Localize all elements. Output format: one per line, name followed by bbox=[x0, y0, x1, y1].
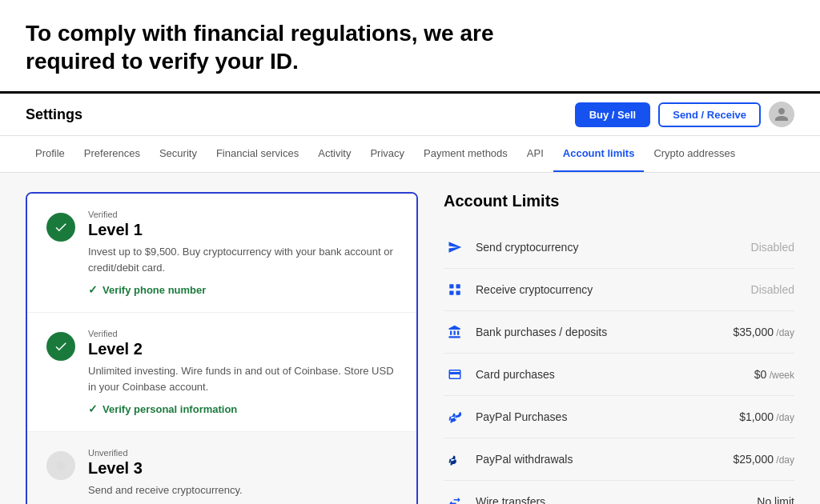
limit-label: Receive cryptocurrency bbox=[476, 283, 593, 296]
level-desc: Send and receive cryptocurrency. bbox=[88, 482, 397, 498]
limit-left: Send cryptocurrency bbox=[444, 236, 578, 258]
limit-row-paypal-withdrawals: PayPal withdrawals $25,000 /day bbox=[444, 438, 794, 481]
level-badge: Verified bbox=[88, 210, 397, 219]
limit-period: /week bbox=[766, 370, 794, 381]
verified-icon bbox=[46, 332, 75, 361]
limit-label: Wire transfers bbox=[476, 495, 545, 504]
action-text: Verify personal information bbox=[102, 403, 237, 415]
tab-activity[interactable]: Activity bbox=[308, 136, 360, 172]
limit-amount: $25,000 bbox=[733, 453, 774, 466]
limit-label: PayPal Purchases bbox=[476, 410, 567, 423]
check-icon: ✓ bbox=[88, 402, 98, 415]
level-item-level1: Verified Level 1 Invest up to $9,500. Bu… bbox=[27, 194, 416, 313]
svg-rect-3 bbox=[449, 291, 453, 295]
limit-value-disabled: Disabled bbox=[751, 241, 794, 254]
limit-label: PayPal withdrawals bbox=[476, 453, 573, 466]
tab-security[interactable]: Security bbox=[150, 136, 207, 172]
level-desc: Invest up to $9,500. Buy cryptocurrency … bbox=[88, 244, 397, 275]
top-nav-actions: Buy / Sell Send / Receive bbox=[575, 102, 794, 127]
limit-value: No limit bbox=[757, 495, 794, 504]
limit-icon-receive bbox=[444, 278, 466, 301]
limit-value: Disabled bbox=[751, 241, 794, 254]
limit-row-bank-purchases: Bank purchases / deposits $35,000 /day bbox=[444, 311, 794, 354]
level-content: Verified Level 1 Invest up to $9,500. Bu… bbox=[88, 210, 397, 296]
level-content: Unverified Level 3 Send and receive cryp… bbox=[88, 448, 397, 504]
top-nav: Settings Buy / Sell Send / Receive bbox=[0, 94, 820, 136]
limit-value-disabled: Disabled bbox=[751, 283, 794, 296]
verified-icon bbox=[46, 213, 75, 242]
level-title: Level 1 bbox=[88, 221, 397, 239]
limit-row-receive-crypto: Receive cryptocurrency Disabled bbox=[444, 269, 794, 311]
tab-financial-services[interactable]: Financial services bbox=[207, 136, 308, 172]
main-content: Verified Level 1 Invest up to $9,500. Bu… bbox=[0, 173, 820, 504]
limit-row-send-crypto: Send cryptocurrency Disabled bbox=[444, 226, 794, 269]
hero-title: To comply with financial regulations, we… bbox=[26, 19, 586, 75]
limit-row-wire-transfers: Wire transfers No limit bbox=[444, 481, 794, 504]
limit-label: Card purchases bbox=[476, 368, 555, 381]
limit-label: Send cryptocurrency bbox=[476, 241, 578, 254]
limit-amount: No limit bbox=[757, 495, 794, 504]
limit-row-card-purchases: Card purchases $0 /week bbox=[444, 354, 794, 396]
limit-amount: $35,000 bbox=[733, 326, 774, 338]
limit-icon-paypal2 bbox=[444, 448, 466, 470]
svg-point-0 bbox=[56, 461, 66, 470]
limit-icon-paypal bbox=[444, 406, 466, 428]
limit-icon-card bbox=[444, 363, 466, 386]
level-title: Level 3 bbox=[88, 459, 397, 478]
limit-value: $35,000 /day bbox=[733, 326, 794, 338]
limit-period: /day bbox=[774, 327, 794, 338]
level-badge: Unverified bbox=[88, 448, 397, 458]
level-desc: Unlimited investing. Wire funds in and o… bbox=[88, 363, 397, 394]
limit-icon-bank bbox=[444, 321, 466, 343]
buy-sell-button[interactable]: Buy / Sell bbox=[575, 102, 651, 127]
level-item-level2: Verified Level 2 Unlimited investing. Wi… bbox=[27, 313, 416, 432]
limit-amount: $0 bbox=[754, 368, 767, 381]
svg-rect-4 bbox=[456, 291, 460, 295]
level-action-verified: ✓ Verify phone number bbox=[88, 283, 397, 296]
limit-left: Card purchases bbox=[444, 363, 555, 386]
send-receive-button[interactable]: Send / Receive bbox=[658, 102, 761, 127]
limit-left: Wire transfers bbox=[444, 490, 545, 504]
tab-profile[interactable]: Profile bbox=[26, 136, 74, 172]
tab-api[interactable]: API bbox=[517, 136, 553, 172]
level-title: Level 2 bbox=[88, 340, 397, 358]
limit-period: /day bbox=[774, 454, 794, 466]
tab-payment-methods[interactable]: Payment methods bbox=[414, 136, 517, 172]
tab-account-limits[interactable]: Account limits bbox=[553, 136, 645, 172]
limits-panel: Account Limits Send cryptocurrency Disab… bbox=[444, 192, 794, 504]
limit-icon-send bbox=[444, 236, 466, 258]
limits-rows: Send cryptocurrency Disabled Receive cry… bbox=[444, 226, 794, 504]
action-text: Verify phone number bbox=[102, 284, 206, 296]
limits-title: Account Limits bbox=[444, 192, 794, 210]
svg-rect-2 bbox=[456, 284, 460, 288]
tab-preferences[interactable]: Preferences bbox=[74, 136, 150, 172]
limit-period: /day bbox=[774, 412, 794, 423]
limit-icon-wire bbox=[444, 490, 466, 504]
limit-left: Receive cryptocurrency bbox=[444, 278, 593, 301]
tab-crypto-addresses[interactable]: Crypto addresses bbox=[644, 136, 745, 172]
svg-rect-1 bbox=[449, 284, 453, 288]
limit-left: PayPal Purchases bbox=[444, 406, 567, 428]
limit-label: Bank purchases / deposits bbox=[476, 326, 607, 338]
unverified-icon bbox=[46, 451, 75, 480]
limit-left: Bank purchases / deposits bbox=[444, 321, 607, 343]
limit-value: Disabled bbox=[751, 283, 794, 296]
level-badge: Verified bbox=[88, 329, 397, 338]
limit-value: $1,000 /day bbox=[739, 410, 794, 423]
limit-amount: $1,000 bbox=[739, 410, 774, 423]
hero-banner: To comply with financial regulations, we… bbox=[0, 0, 820, 94]
limit-row-paypal-purchases: PayPal Purchases $1,000 /day bbox=[444, 396, 794, 438]
settings-title: Settings bbox=[26, 106, 82, 123]
level-action-verified: ✓ Verify personal information bbox=[88, 402, 397, 415]
settings-tabs: ProfilePreferencesSecurityFinancial serv… bbox=[0, 136, 820, 173]
level-content: Verified Level 2 Unlimited investing. Wi… bbox=[88, 329, 397, 415]
limit-value: $0 /week bbox=[754, 368, 794, 381]
level-item-level3: Unverified Level 3 Send and receive cryp… bbox=[27, 432, 416, 504]
avatar[interactable] bbox=[769, 102, 794, 127]
limit-left: PayPal withdrawals bbox=[444, 448, 573, 470]
tab-privacy[interactable]: Privacy bbox=[360, 136, 414, 172]
limit-value: $25,000 /day bbox=[733, 453, 794, 466]
check-icon: ✓ bbox=[88, 283, 98, 296]
verification-panel: Verified Level 1 Invest up to $9,500. Bu… bbox=[26, 192, 418, 504]
